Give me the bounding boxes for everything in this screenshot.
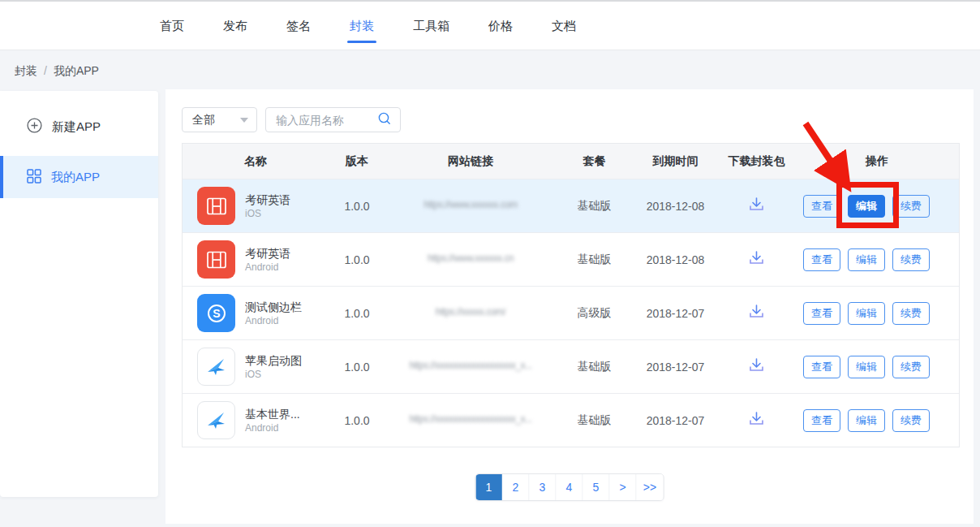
table-row: 苹果启动图 iOS 1.0.0 https://xxxxxxxxxxxxxxxx…: [183, 339, 959, 393]
app-search: [265, 107, 401, 132]
bird-icon: [197, 401, 235, 439]
col-header-name: 名称: [183, 154, 329, 169]
app-version: 1.0.0: [329, 361, 385, 374]
app-platform: Android: [245, 422, 300, 434]
nav-tab-publish[interactable]: 发布: [223, 2, 247, 50]
view-button[interactable]: 查看: [803, 195, 840, 218]
view-button[interactable]: 查看: [803, 356, 840, 378]
page-button-3[interactable]: 3: [530, 474, 557, 500]
breadcrumb-current: 我的APP: [54, 64, 99, 79]
nav-tab-sign[interactable]: 签名: [286, 2, 311, 50]
col-header-version: 版本: [329, 154, 385, 169]
app-url-masked: https://xxxxxxxxxxxxxxxxxx_x...: [409, 360, 531, 371]
page-button-1[interactable]: 1: [476, 474, 503, 500]
top-navigation: 首页 发布 签名 封装 工具箱 价格 文档: [0, 0, 980, 50]
view-button[interactable]: 查看: [803, 302, 840, 325]
app-version: 1.0.0: [329, 253, 385, 266]
app-name: 苹果启动图: [245, 353, 302, 369]
download-icon[interactable]: [747, 410, 766, 428]
breadcrumb: 封装 / 我的APP: [15, 64, 99, 79]
app-url-masked: https://xxxxx.com/: [436, 306, 505, 317]
search-input[interactable]: [276, 114, 377, 127]
renew-button[interactable]: 续费: [892, 409, 930, 432]
view-button[interactable]: 查看: [803, 248, 840, 271]
app-expiry: 2018-12-07: [633, 361, 718, 374]
app-version: 1.0.0: [329, 200, 385, 213]
app-version: 1.0.0: [329, 414, 385, 427]
category-select-value: 全部: [192, 113, 215, 127]
page-button-2[interactable]: 2: [503, 474, 530, 500]
app-plan: 高级版: [556, 306, 633, 321]
app-name: 测试侧边栏: [245, 300, 302, 315]
renew-button[interactable]: 续费: [892, 356, 930, 378]
app-plan: 基础版: [556, 360, 633, 374]
table-row: 考研英语 Android 1.0.0 https://www.xxxxxx.cn…: [183, 232, 959, 286]
breadcrumb-separator: /: [44, 64, 47, 79]
app-expiry: 2018-12-08: [633, 200, 718, 213]
download-icon[interactable]: [747, 303, 766, 321]
breadcrumb-parent[interactable]: 封装: [15, 64, 37, 79]
chevron-down-icon: [240, 118, 248, 123]
film-icon: [197, 187, 235, 225]
app-version: 1.0.0: [329, 307, 385, 320]
bird-icon: [197, 348, 235, 386]
download-icon[interactable]: [747, 249, 766, 267]
page-button-5[interactable]: 5: [583, 474, 610, 500]
film-icon: [197, 240, 235, 279]
app-platform: iOS: [245, 369, 302, 380]
edit-button[interactable]: 编辑: [848, 248, 885, 271]
col-header-actions: 操作: [795, 154, 959, 169]
app-expiry: 2018-12-08: [633, 253, 718, 266]
filter-bar: 全部: [182, 107, 401, 132]
grid-icon: [27, 169, 41, 186]
app-plan: 基础版: [556, 413, 633, 428]
next-page-button[interactable]: >: [610, 474, 637, 500]
app-packaging-console: 首页 发布 签名 封装 工具箱 价格 文档 封装 / 我的APP 新建APP 我…: [0, 0, 980, 527]
col-header-download: 下载封装包: [718, 154, 795, 169]
download-icon[interactable]: [747, 356, 766, 374]
app-expiry: 2018-12-07: [633, 307, 718, 320]
table-row: S 测试侧边栏 Android 1.0.0 https://xxxxx.com/…: [183, 286, 959, 339]
nav-tab-home[interactable]: 首页: [160, 2, 184, 50]
nav-tab-price[interactable]: 价格: [488, 2, 513, 50]
app-url-masked: https://xxxxxxxxxxxxxxxxxx_x...: [409, 413, 531, 425]
category-select[interactable]: 全部: [182, 107, 257, 132]
app-url-masked: https://www.xxxxxx.cn: [428, 253, 514, 264]
edit-button[interactable]: 编辑: [848, 302, 885, 325]
nav-tab-toolbox[interactable]: 工具箱: [413, 2, 449, 50]
sidebar-item-label: 我的APP: [51, 170, 100, 185]
app-name: 考研英语: [245, 192, 290, 208]
col-header-expiry: 到期时间: [633, 154, 718, 169]
app-url-masked: https://www.xxxxxx.com: [423, 199, 518, 210]
nav-tab-package-active[interactable]: 封装: [350, 2, 374, 50]
svg-text:S: S: [213, 307, 220, 320]
edit-button[interactable]: 编辑: [848, 356, 885, 378]
renew-button[interactable]: 续费: [892, 248, 930, 271]
apps-table: 名称 版本 网站链接 套餐 到期时间 下载封装包 操作 考研英语 iOS: [182, 143, 960, 447]
sidebar-item-my-app[interactable]: 我的APP: [0, 156, 158, 198]
nav-tab-docs[interactable]: 文档: [552, 2, 576, 50]
table-row: 基本世界... Android 1.0.0 https://xxxxxxxxxx…: [183, 393, 959, 447]
table-row: 考研英语 iOS 1.0.0 https://www.xxxxxx.com 基础…: [183, 179, 959, 232]
main-panel: 全部 名称 版本 网站链接 套餐 到期时间 下载封装包 操作: [165, 89, 974, 524]
col-header-plan: 套餐: [556, 154, 633, 169]
app-platform: Android: [245, 315, 302, 326]
sidebar: 新建APP 我的APP: [0, 91, 158, 497]
page-button-4[interactable]: 4: [557, 474, 583, 500]
view-button[interactable]: 查看: [803, 409, 840, 432]
app-name: 基本世界...: [245, 407, 300, 422]
edit-button-highlighted[interactable]: 编辑: [848, 195, 885, 218]
sidebar-item-label: 新建APP: [52, 119, 101, 135]
app-platform: iOS: [245, 208, 290, 219]
renew-button[interactable]: 续费: [892, 302, 930, 325]
search-icon[interactable]: [377, 111, 392, 129]
edit-button[interactable]: 编辑: [848, 409, 885, 432]
sidebar-item-new-app[interactable]: 新建APP: [0, 106, 158, 148]
download-icon[interactable]: [747, 196, 766, 214]
table-header-row: 名称 版本 网站链接 套餐 到期时间 下载封装包 操作: [183, 144, 959, 179]
app-plan: 基础版: [556, 199, 633, 214]
last-page-button[interactable]: >>: [637, 474, 664, 500]
renew-button[interactable]: 续费: [892, 195, 930, 218]
app-platform: Android: [245, 261, 290, 273]
app-name: 考研英语: [245, 246, 290, 261]
